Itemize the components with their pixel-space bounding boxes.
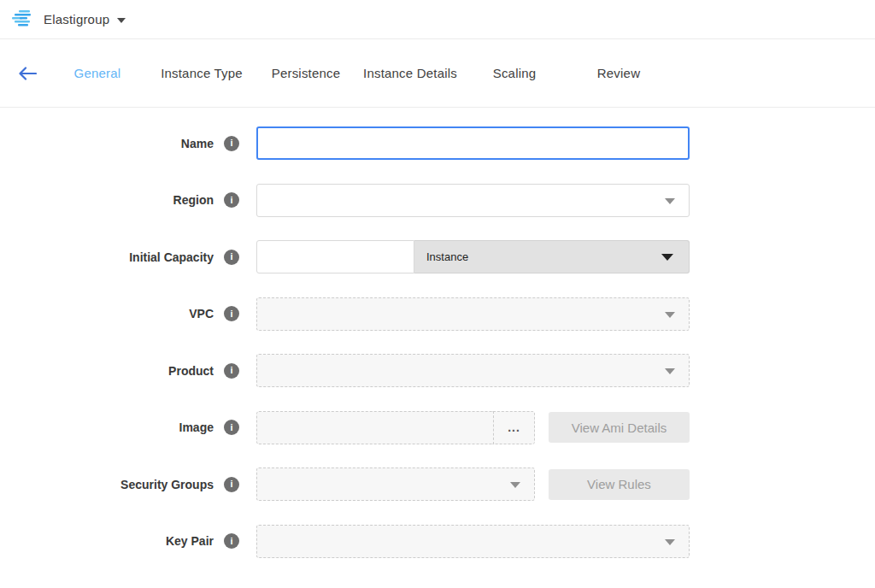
general-step-form: Name i Region i Initial Capacity i <box>0 108 875 558</box>
info-icon[interactable]: i <box>224 306 239 321</box>
info-icon[interactable]: i <box>224 533 239 549</box>
browse-image-button[interactable]: ... <box>493 411 535 444</box>
image-input <box>256 411 493 444</box>
form-row-image: Image i ... View Ami Details <box>0 411 875 444</box>
form-row-name: Name i <box>0 126 875 160</box>
product-select <box>256 354 690 387</box>
wizard-tab-bar: General Instance Type Persistence Instan… <box>0 39 875 108</box>
image-label: Image <box>179 420 214 434</box>
tab-instance-details[interactable]: Instance Details <box>358 66 462 80</box>
caret-down-icon <box>665 312 675 318</box>
capacity-unit-select[interactable]: Instance <box>414 240 690 273</box>
security-groups-select <box>256 467 535 501</box>
tab-review[interactable]: Review <box>567 66 671 80</box>
info-glyph: i <box>230 252 232 262</box>
ellipsis-icon: ... <box>508 420 520 434</box>
initial-capacity-input[interactable] <box>256 240 414 273</box>
wizard-tabs: General Instance Type Persistence Instan… <box>45 66 671 80</box>
key-pair-label: Key Pair <box>166 534 214 548</box>
info-icon[interactable]: i <box>224 136 239 151</box>
tab-scaling[interactable]: Scaling <box>462 66 567 80</box>
form-row-initial-capacity: Initial Capacity i Instance <box>0 240 875 273</box>
caret-down-icon <box>665 198 675 204</box>
info-icon[interactable]: i <box>224 363 239 379</box>
product-switcher[interactable]: Elastigroup <box>12 10 126 29</box>
info-icon[interactable]: i <box>224 420 239 435</box>
back-button[interactable] <box>12 58 43 89</box>
vpc-label: VPC <box>189 307 214 320</box>
name-label: Name <box>181 137 214 150</box>
info-icon[interactable]: i <box>224 477 239 492</box>
form-row-key-pair: Key Pair i <box>0 525 875 558</box>
info-glyph: i <box>230 309 232 319</box>
caret-down-icon <box>661 254 673 261</box>
info-glyph: i <box>230 537 232 546</box>
elastigroup-logo-icon <box>12 10 34 29</box>
region-select[interactable] <box>256 184 690 217</box>
name-input[interactable] <box>256 126 690 160</box>
info-icon[interactable]: i <box>224 250 239 265</box>
tab-instance-type[interactable]: Instance Type <box>150 66 254 80</box>
initial-capacity-label: Initial Capacity <box>129 250 214 264</box>
product-label: Product <box>168 364 214 378</box>
key-pair-select <box>256 525 690 558</box>
arrow-left-icon <box>18 67 37 80</box>
caret-down-icon <box>665 539 675 545</box>
caret-down-icon <box>665 368 675 374</box>
chevron-down-icon <box>117 18 126 23</box>
info-glyph: i <box>230 479 232 489</box>
info-icon[interactable]: i <box>224 192 239 208</box>
info-glyph: i <box>230 138 232 148</box>
region-label: Region <box>173 193 214 207</box>
caret-down-icon <box>510 482 520 488</box>
form-row-security-groups: Security Groups i View Rules <box>0 467 875 501</box>
info-glyph: i <box>230 196 232 205</box>
info-glyph: i <box>230 423 232 432</box>
form-row-product: Product i <box>0 354 875 387</box>
capacity-unit-value: Instance <box>426 250 468 263</box>
info-glyph: i <box>230 366 232 375</box>
form-row-region: Region i <box>0 184 875 217</box>
tab-persistence[interactable]: Persistence <box>254 66 358 80</box>
app-name: Elastigroup <box>44 12 109 26</box>
form-row-vpc: VPC i <box>0 297 875 331</box>
view-ami-details-button[interactable]: View Ami Details <box>549 412 690 443</box>
security-groups-label: Security Groups <box>120 478 214 491</box>
vpc-select <box>256 297 690 331</box>
top-bar: Elastigroup <box>0 0 875 39</box>
view-rules-button[interactable]: View Rules <box>549 469 690 500</box>
tab-general[interactable]: General <box>45 66 150 80</box>
